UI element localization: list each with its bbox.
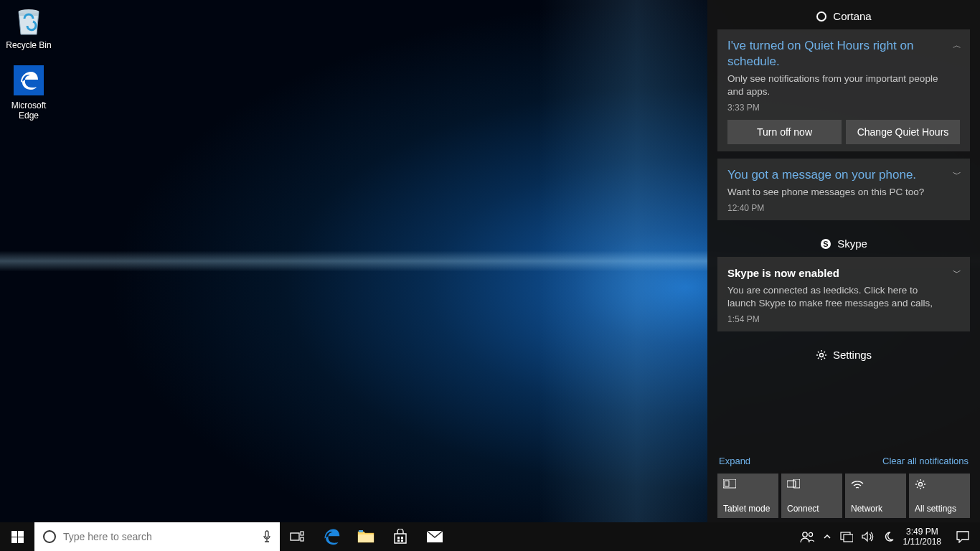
search-input[interactable] bbox=[63, 531, 254, 542]
notification-title: You got a message on your phone. bbox=[727, 167, 960, 183]
svg-rect-28 bbox=[11, 537, 17, 543]
svg-rect-38 bbox=[397, 540, 400, 542]
clear-all-link[interactable]: Clear all notifications bbox=[882, 456, 969, 466]
svg-point-17 bbox=[919, 483, 923, 486]
svg-point-0 bbox=[19, 9, 39, 14]
quick-action-connect[interactable]: Connect bbox=[781, 474, 842, 518]
svg-line-25 bbox=[923, 481, 925, 482]
svg-line-23 bbox=[923, 487, 925, 489]
svg-text:S: S bbox=[823, 240, 828, 248]
notification-body: Want to see phone messages on this PC to… bbox=[727, 186, 960, 199]
svg-line-22 bbox=[917, 481, 918, 482]
taskbar-app-store[interactable] bbox=[383, 522, 418, 551]
notification-card[interactable]: ﹀ Skype is now enabled You are connected… bbox=[717, 257, 970, 331]
taskbar-search[interactable] bbox=[34, 522, 280, 551]
svg-line-12 bbox=[824, 352, 825, 353]
clock-time: 3:49 PM bbox=[906, 527, 938, 537]
notification-time: 3:33 PM bbox=[727, 103, 960, 113]
network-icon bbox=[851, 478, 900, 491]
svg-line-10 bbox=[824, 357, 825, 359]
tray-network-icon[interactable] bbox=[836, 522, 857, 551]
svg-point-1 bbox=[817, 12, 826, 21]
svg-rect-26 bbox=[11, 531, 17, 537]
notification-group-header-settings[interactable]: Settings bbox=[717, 339, 970, 368]
chevron-up-icon[interactable]: ︿ bbox=[953, 39, 961, 52]
quick-actions-grid: Tablet mode Connect Network All settings bbox=[717, 474, 970, 518]
tablet-mode-icon bbox=[723, 478, 773, 491]
taskbar-spacer bbox=[452, 522, 796, 551]
expand-link[interactable]: Expand bbox=[719, 456, 750, 466]
taskbar-app-edge[interactable] bbox=[314, 522, 349, 551]
svg-rect-15 bbox=[787, 481, 796, 487]
svg-rect-30 bbox=[265, 531, 268, 537]
notification-group-header-cortana[interactable]: Cortana bbox=[717, 0, 970, 29]
quick-action-tablet-mode[interactable]: Tablet mode bbox=[717, 474, 778, 518]
group-app-name: Settings bbox=[833, 349, 872, 361]
svg-rect-35 bbox=[359, 530, 363, 532]
clock-date: 1/11/2018 bbox=[903, 537, 941, 547]
svg-rect-36 bbox=[397, 537, 400, 539]
quick-action-label: Connect bbox=[787, 504, 837, 514]
tray-people[interactable] bbox=[796, 522, 819, 551]
cortana-icon bbox=[816, 11, 827, 22]
action-center-panel: Cortana ︿ I've turned on Quiet Hours rig… bbox=[707, 0, 980, 522]
svg-rect-31 bbox=[291, 533, 299, 540]
svg-rect-14 bbox=[725, 481, 729, 486]
taskbar: 3:49 PM 1/11/2018 bbox=[0, 522, 980, 551]
group-app-name: Cortana bbox=[833, 10, 871, 22]
microphone-icon[interactable] bbox=[254, 530, 280, 543]
chevron-down-icon[interactable]: ﹀ bbox=[953, 267, 961, 279]
action-center-button[interactable] bbox=[946, 522, 980, 551]
tray-quiet-hours-icon[interactable] bbox=[879, 522, 899, 551]
chevron-down-icon[interactable]: ﹀ bbox=[953, 169, 961, 181]
svg-point-42 bbox=[809, 532, 812, 536]
recycle-bin-icon bbox=[11, 3, 46, 37]
quick-action-label: Tablet mode bbox=[723, 504, 773, 514]
svg-rect-27 bbox=[18, 531, 24, 537]
change-quiet-hours-button[interactable]: Change Quiet Hours bbox=[846, 120, 960, 144]
svg-point-4 bbox=[819, 353, 823, 357]
desktop-icon-edge[interactable]: Microsoft Edge bbox=[1, 63, 56, 121]
svg-point-41 bbox=[802, 532, 806, 537]
svg-line-24 bbox=[917, 487, 918, 489]
task-view-button[interactable] bbox=[280, 522, 314, 551]
quick-action-network[interactable]: Network bbox=[845, 474, 906, 518]
turn-off-button[interactable]: Turn off now bbox=[727, 120, 842, 144]
svg-rect-29 bbox=[18, 537, 24, 543]
svg-line-11 bbox=[818, 357, 819, 359]
notification-title: I've turned on Quiet Hours right on sche… bbox=[727, 38, 960, 70]
start-button[interactable] bbox=[0, 522, 34, 551]
notification-time: 12:40 PM bbox=[727, 203, 960, 213]
svg-line-9 bbox=[818, 352, 819, 353]
notification-time: 1:54 PM bbox=[727, 314, 960, 324]
svg-rect-33 bbox=[301, 537, 303, 541]
quick-action-label: Network bbox=[851, 504, 900, 514]
notification-body: You are connected as leedicks. Click her… bbox=[727, 284, 960, 310]
svg-rect-37 bbox=[401, 537, 403, 539]
taskbar-app-mail[interactable] bbox=[418, 522, 452, 551]
svg-rect-34 bbox=[358, 534, 374, 542]
taskbar-app-file-explorer[interactable] bbox=[349, 522, 383, 551]
notification-card[interactable]: ︿ I've turned on Quiet Hours right on sc… bbox=[717, 29, 970, 151]
system-tray: 3:49 PM 1/11/2018 bbox=[796, 522, 980, 551]
svg-rect-44 bbox=[844, 534, 853, 542]
gear-icon bbox=[915, 478, 964, 491]
tray-overflow[interactable] bbox=[819, 522, 836, 551]
svg-rect-39 bbox=[401, 540, 403, 542]
svg-rect-32 bbox=[301, 532, 303, 535]
tray-volume-icon[interactable] bbox=[857, 522, 879, 551]
quick-action-all-settings[interactable]: All settings bbox=[909, 474, 970, 518]
skype-icon: S bbox=[820, 238, 831, 250]
desktop-icon-label: Recycle Bin bbox=[1, 40, 56, 50]
notification-title: Skype is now enabled bbox=[727, 265, 960, 281]
notification-body: Only see notifications from your importa… bbox=[727, 72, 960, 98]
quick-action-label: All settings bbox=[915, 504, 964, 514]
notification-card[interactable]: ﹀ You got a message on your phone. Want … bbox=[717, 159, 970, 220]
connect-icon bbox=[787, 478, 837, 491]
gear-icon bbox=[816, 349, 827, 361]
group-app-name: Skype bbox=[837, 237, 867, 250]
desktop-icon-recycle-bin[interactable]: Recycle Bin bbox=[1, 3, 56, 50]
notification-group-header-skype[interactable]: S Skype bbox=[717, 227, 970, 257]
tray-clock[interactable]: 3:49 PM 1/11/2018 bbox=[899, 522, 946, 551]
edge-icon bbox=[11, 63, 46, 98]
